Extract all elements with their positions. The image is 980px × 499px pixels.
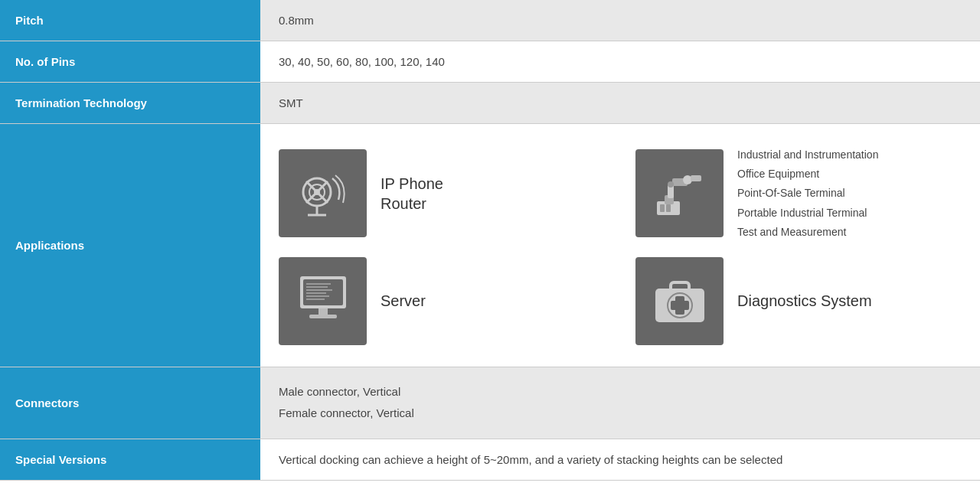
- industrial-list: Industrial and Instrumentation Office Eq…: [737, 145, 878, 242]
- svg-rect-14: [691, 175, 701, 181]
- robot-arm-svg: [649, 163, 710, 224]
- app-item-phone: IP PhoneRouter: [279, 145, 605, 242]
- pitch-row: Pitch 0.8mm: [0, 0, 980, 41]
- svg-point-6: [314, 189, 320, 195]
- svg-rect-19: [303, 279, 343, 305]
- connectors-text: Male connector, VerticalFemale connector…: [279, 381, 962, 425]
- special-value: Vertical docking can achieve a height of…: [260, 439, 980, 480]
- svg-rect-29: [671, 282, 689, 292]
- applications-content: IP PhoneRouter: [260, 124, 980, 367]
- server-label: Server: [381, 291, 426, 311]
- svg-rect-17: [666, 204, 671, 212]
- server-svg: [292, 270, 354, 331]
- satellite-icon: [279, 149, 367, 237]
- svg-point-15: [668, 181, 674, 188]
- svg-rect-16: [660, 204, 665, 212]
- satellite-svg: [292, 163, 354, 224]
- applications-row: Applications: [0, 124, 980, 367]
- special-row: Special Versions Vertical docking can ac…: [0, 439, 980, 480]
- connectors-value: Male connector, VerticalFemale connector…: [260, 367, 980, 439]
- termination-label: Termination Technology: [0, 83, 260, 124]
- app-item-server: Server: [279, 257, 605, 345]
- diagnostics-label: Diagnostics System: [737, 291, 872, 311]
- app-item-industrial: Industrial and Instrumentation Office Eq…: [635, 145, 962, 242]
- apps-grid: IP PhoneRouter: [279, 138, 962, 353]
- termination-row: Termination Technology SMT: [0, 83, 980, 124]
- pins-label: No. of Pins: [0, 41, 260, 83]
- applications-label: Applications: [0, 124, 260, 367]
- app-item-diagnostics: Diagnostics System: [635, 257, 962, 345]
- svg-rect-26: [318, 308, 328, 315]
- pins-value: 30, 40, 50, 60, 80, 100, 120, 140: [260, 41, 980, 83]
- svg-rect-27: [309, 315, 337, 318]
- connectors-row: Connectors Male connector, VerticalFemal…: [0, 367, 980, 439]
- medkit-icon: [635, 257, 724, 345]
- medkit-svg: [649, 270, 710, 331]
- server-icon: [279, 257, 367, 345]
- phone-label: IP PhoneRouter: [381, 174, 443, 214]
- svg-rect-31: [671, 301, 689, 310]
- pitch-label: Pitch: [0, 0, 260, 41]
- connectors-label: Connectors: [0, 367, 260, 439]
- special-label: Special Versions: [0, 439, 260, 480]
- termination-value: SMT: [260, 83, 980, 124]
- pins-row: No. of Pins 30, 40, 50, 60, 80, 100, 120…: [0, 41, 980, 83]
- robot-arm-icon: [635, 149, 724, 237]
- pitch-value: 0.8mm: [260, 0, 980, 41]
